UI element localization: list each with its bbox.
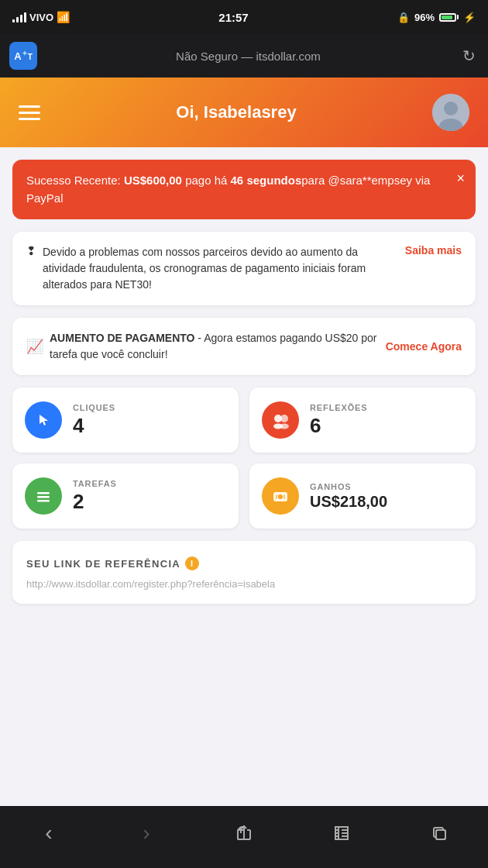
reflexoes-icon [262,401,299,439]
promo-text: AUMENTO DE PAGAMENTO - Agora estamos pag… [50,330,380,363]
main-content: Sucesso Recente: US$600,00 pago há 46 se… [0,147,488,604]
svg-rect-8 [37,496,50,498]
carrier-label: VIVO [29,12,53,23]
info-card: ❢ Devido a problemas com nossos parceiro… [12,232,476,305]
lightning-icon: ⚡ [463,12,476,23]
battery-percent: 96% [414,12,435,23]
cliques-info: CLIQUES 4 [73,403,115,438]
reflexoes-info: REFLEXÕES 6 [310,403,368,438]
svg-rect-7 [37,492,50,494]
stat-cliques: CLIQUES 4 [12,388,239,453]
exclamation-icon: ❢ [26,244,36,258]
success-recipient: @sara**empsey [328,174,412,187]
bottom-browser-bar: ‹ › [0,806,488,868]
status-bar: VIVO 📶 21:57 🔒 96% ⚡ [0,0,488,34]
lock-icon: 🔒 [397,12,410,23]
referral-info-badge: i [185,556,199,570]
cliques-label: CLIQUES [73,403,115,412]
reflexoes-label: REFLEXÕES [310,403,368,412]
wifi-icon: 📶 [57,11,70,23]
stat-tarefas: TAREFAS 2 [12,463,239,529]
svg-rect-12 [276,494,277,499]
menu-button[interactable] [19,105,40,120]
cliques-icon [25,401,62,439]
tarefas-value: 2 [73,490,117,514]
back-button[interactable]: ‹ [29,818,68,849]
success-time: 46 segundos [231,174,302,187]
translate-icon[interactable]: A✦T [9,42,37,70]
info-text: Devido a problemas com nossos parceiros … [43,244,394,293]
svg-rect-9 [37,500,50,502]
ganhos-info: GANHOS US$218,00 [310,482,387,511]
status-left: VIVO 📶 [12,11,70,23]
tarefas-icon [25,477,62,515]
stat-reflexoes: REFLEXÕES 6 [249,388,476,453]
reflexoes-value: 6 [310,414,368,438]
promo-bold: AUMENTO DE PAGAMENTO [50,332,194,344]
ganhos-value: US$218,00 [310,493,387,511]
referral-link-text: http://www.itsdollar.com/register.php?re… [26,578,462,590]
success-banner: Sucesso Recente: US$600,00 pago há 46 se… [12,160,476,219]
promo-link[interactable]: Comece Agora [386,340,462,353]
status-time: 21:57 [218,11,248,24]
svg-point-1 [444,102,458,115]
ganhos-label: GANHOS [310,482,387,491]
url-text: Não Seguro — itsdollar.com [176,50,321,63]
tabs-button[interactable] [420,818,459,849]
battery-icon [439,13,459,22]
referral-card: SEU LINK DE REFERÊNCIA i http://www.itsd… [12,541,476,604]
svg-rect-13 [284,494,285,499]
stat-ganhos: GANHOS US$218,00 [249,463,476,529]
url-bar[interactable]: Não Seguro — itsdollar.com [45,50,452,63]
success-recipient-prefix: para [301,174,328,187]
success-amount: US$600,00 [124,174,182,187]
signal-bars-icon [12,12,26,22]
referral-title: SEU LINK DE REFERÊNCIA i [26,556,462,570]
ganhos-icon [262,477,299,515]
close-banner-button[interactable]: × [456,170,465,187]
browser-bar: A✦T Não Seguro — itsdollar.com ↻ [0,34,488,78]
svg-rect-16 [436,830,445,839]
svg-point-11 [278,494,283,499]
forward-button[interactable]: › [127,818,166,849]
status-right: 🔒 96% ⚡ [397,12,476,23]
bookmarks-button[interactable] [322,818,361,849]
success-middle: pago há [182,174,231,187]
cliques-value: 4 [73,414,115,438]
tarefas-info: TAREFAS 2 [73,479,117,514]
app-header: Oi, Isabelasrey [0,78,488,147]
reload-button[interactable]: ↻ [459,43,479,68]
promo-icon: 📈 [26,338,43,355]
promo-card: 📈 AUMENTO DE PAGAMENTO - Agora estamos p… [12,318,476,375]
user-avatar[interactable] [432,94,469,131]
stats-grid: CLIQUES 4 REFLEXÕES 6 [12,388,476,529]
tarefas-label: TAREFAS [73,479,117,488]
success-prefix: Sucesso Recente: [26,174,124,187]
share-button[interactable] [225,818,263,849]
info-link[interactable]: Saiba mais [405,244,462,257]
header-greeting: Oi, Isabelasrey [176,102,296,122]
svg-point-6 [280,424,289,429]
svg-point-4 [280,415,288,422]
